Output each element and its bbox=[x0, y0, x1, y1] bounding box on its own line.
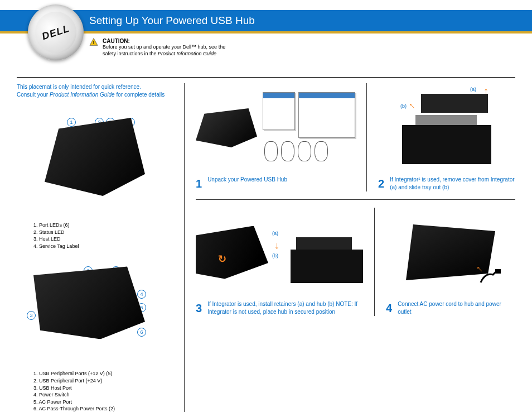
header-banner: Setting Up Your Powered USB Hub DELL ! C… bbox=[0, 10, 532, 44]
power-cord-icon bbox=[480, 267, 502, 284]
integrator-assembled-icon bbox=[285, 222, 363, 283]
step-4: ↑ 4 Connect AC power cord to hub and pow… bbox=[386, 208, 515, 316]
callout-b4: 4 bbox=[137, 290, 146, 299]
callout-b3: 3 bbox=[27, 311, 36, 320]
step-1-caption: 1 Unpack your Powered USB Hub bbox=[196, 173, 355, 191]
dell-logo-badge: DELL bbox=[28, 4, 84, 60]
left-column: This placemat is only intended for quick… bbox=[17, 83, 185, 412]
step-number: 2 bbox=[378, 176, 384, 191]
hub-small-icon bbox=[196, 108, 257, 147]
step-2: (a) ↑ (b) ↑ 2 If Integrator¹ is used, re… bbox=[378, 83, 515, 191]
step-number: 1 bbox=[196, 176, 202, 191]
step-text: If Integrator is used, install retainers… bbox=[207, 300, 363, 316]
right-column: 1 Unpack your Powered USB Hub (a) ↑ (b) … bbox=[185, 83, 515, 412]
hub-front-diagram: 1 2 3 4 bbox=[17, 118, 173, 218]
row-divider bbox=[196, 199, 515, 200]
arrow-curve-icon: ↻ bbox=[218, 253, 226, 265]
step-3-caption: 3 If Integrator is used, install retaine… bbox=[196, 297, 363, 316]
hub-front-image bbox=[45, 118, 145, 196]
doc-sheet-icon bbox=[263, 92, 295, 130]
back-legend: 1. USB Peripheral Ports (+12 V) (5) 2. U… bbox=[33, 370, 173, 412]
svg-rect-2 bbox=[495, 269, 501, 274]
warning-triangle-icon: ! bbox=[89, 38, 98, 46]
callout-1: 1 bbox=[67, 118, 76, 127]
step-number: 3 bbox=[196, 300, 202, 316]
step-text: Connect AC power cord to hub and power o… bbox=[398, 300, 515, 316]
step-2-caption: 2 If Integrator¹ is used, remove cover f… bbox=[378, 173, 515, 191]
steps-row-1: 1 Unpack your Powered USB Hub (a) ↑ (b) … bbox=[196, 83, 515, 191]
hub-back-diagram: 1 2 3 4 5 6 bbox=[17, 266, 173, 367]
cables-icon bbox=[263, 141, 330, 164]
main-content: This placemat is only intended for quick… bbox=[0, 78, 532, 412]
step-2-image: (a) ↑ (b) ↑ bbox=[378, 83, 515, 173]
step-number: 4 bbox=[386, 300, 392, 316]
caution-label: CAUTION: bbox=[103, 38, 225, 44]
arrow-down-icon: ↑ bbox=[274, 241, 279, 252]
step-4-image: ↑ bbox=[386, 208, 515, 297]
caution-block: ! CAUTION: Before you set up and operate… bbox=[89, 38, 225, 57]
caution-line1: Before you set up and operate your Dell™… bbox=[103, 44, 225, 51]
step-text: If Integrator¹ is used, remove cover fro… bbox=[390, 176, 515, 191]
step-1-image bbox=[196, 83, 355, 173]
dell-logo-text: DELL bbox=[30, 6, 81, 58]
doc-sheet-icon bbox=[298, 92, 355, 138]
integrator-tray-icon bbox=[396, 92, 497, 164]
intro-note: This placemat is only intended for quick… bbox=[17, 83, 173, 99]
hub-corner-icon bbox=[196, 226, 268, 279]
step-3-image: (a) ↻ ↑ (b) bbox=[196, 208, 363, 297]
front-legend: 1. Port LEDs (6) 2. Status LED 3. Host L… bbox=[33, 222, 173, 250]
callout-b6: 6 bbox=[137, 328, 146, 337]
step-3: (a) ↻ ↑ (b) 3 If Integrator is used, ins… bbox=[196, 208, 375, 316]
caution-line2: safety instructions in the Product Infor… bbox=[103, 51, 225, 58]
svg-text:!: ! bbox=[93, 40, 95, 45]
step-4-caption: 4 Connect AC power cord to hub and power… bbox=[386, 297, 515, 316]
step-1: 1 Unpack your Powered USB Hub bbox=[196, 83, 367, 191]
steps-row-2: (a) ↻ ↑ (b) 3 If Integrator is used, ins… bbox=[196, 208, 515, 316]
hub-back-image bbox=[33, 266, 145, 339]
step-text: Unpack your Powered USB Hub bbox=[207, 176, 287, 191]
page-title: Setting Up Your Powered USB Hub bbox=[89, 15, 255, 27]
caution-text: CAUTION: Before you set up and operate y… bbox=[103, 38, 225, 57]
